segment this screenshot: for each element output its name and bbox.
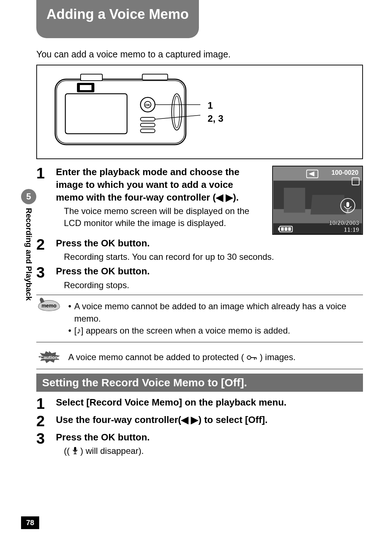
preview-time: 11:19 [344, 226, 359, 233]
memo-note-text: A voice memo cannot be added to an image… [68, 300, 359, 337]
svg-rect-32 [285, 227, 287, 231]
steps-section-b: 1 Select [Record Voice Memo] on the play… [36, 396, 363, 457]
step-desc: Recording stops. [64, 279, 363, 291]
step-desc: (( ) will disappear). [64, 445, 363, 457]
step-number: 1 [36, 166, 48, 235]
svg-rect-4 [65, 94, 127, 134]
lcd-preview-screenshot: 100-0020 10/20/2003 11:19 [272, 166, 363, 235]
callout-2-3: 2, 3 [208, 112, 223, 125]
step-title: Select [Record Voice Memo] on the playba… [56, 396, 363, 409]
svg-text:OK: OK [145, 103, 150, 107]
step-row: 3 Press the OK button. (( ) will disappe… [36, 431, 363, 457]
svg-rect-33 [288, 227, 291, 231]
svg-rect-2 [81, 74, 102, 81]
step-number: 3 [36, 431, 48, 457]
page-title: Adding a Voice Memo [46, 7, 189, 22]
svg-point-13 [172, 94, 182, 130]
camera-illustration: OK [48, 72, 200, 152]
microphone-icon [72, 447, 78, 455]
svg-marker-21 [284, 188, 305, 213]
step-row: 1 Select [Record Voice Memo] on the play… [36, 396, 363, 411]
step-title: Press the OK button. [56, 431, 363, 444]
callout-1: 1 [208, 99, 223, 112]
step-row: 3 Press the OK button. Recording stops. [36, 265, 363, 291]
step-title: Enter the playback mode and choose the i… [56, 166, 264, 204]
step-number: 1 [36, 396, 48, 411]
chapter-number-badge: 5 [21, 189, 36, 204]
page-number: 78 [21, 516, 39, 529]
page-title-tab: Adding a Voice Memo [36, 0, 199, 38]
step-number: 3 [36, 265, 48, 291]
svg-rect-30 [278, 227, 279, 230]
camera-diagram-box: OK 1 2, 3 [36, 65, 363, 159]
subsection-title-bar: Setting the Record Voice Memo to [Off]. [36, 374, 363, 392]
step-row: 2 Press the OK button. Recording starts.… [36, 237, 363, 263]
svg-rect-6 [80, 85, 91, 90]
step-row: 2 Use the four-way controller(◀ ▶) to se… [36, 414, 363, 429]
caution-note-row: Caution A voice memo cannot be added to … [36, 346, 363, 369]
preview-file-number: 100-0020 [331, 169, 359, 176]
svg-point-34 [247, 356, 251, 359]
chapter-label: Recording and Playback [24, 208, 33, 301]
step-title: Press the OK button. [56, 237, 363, 250]
chapter-sidebar: 5 Recording and Playback [21, 189, 36, 301]
step-desc: Recording starts. You can record for up … [64, 251, 363, 263]
memo-icon: memo [36, 300, 62, 311]
protect-key-icon [246, 354, 257, 361]
step-number: 2 [36, 237, 48, 263]
step-title: Press the OK button. [56, 265, 363, 278]
caution-icon: Caution [36, 351, 62, 364]
subsection-title: Setting the Record Voice Memo to [Off]. [42, 376, 247, 388]
diagram-callouts: 1 2, 3 [208, 99, 223, 125]
svg-rect-31 [281, 227, 284, 231]
svg-rect-3 [142, 74, 168, 80]
memo-note-row: memo A voice memo cannot be added to an … [36, 295, 363, 342]
step-title: Use the four-way controller(◀ ▶) to sele… [56, 414, 363, 426]
step-row: 1 Enter the playback mode and choose the… [36, 166, 363, 235]
preview-date: 10/20/2003 [329, 219, 359, 226]
intro-text: You can add a voice memo to a captured i… [36, 49, 363, 60]
svg-rect-38 [74, 447, 76, 451]
step-desc: The voice memo screen will be displayed … [64, 205, 264, 229]
steps-section-a: 1 Enter the playback mode and choose the… [36, 166, 363, 291]
step-number: 2 [36, 414, 48, 429]
svg-rect-27 [346, 202, 349, 207]
caution-note-text: A voice memo cannot be added to protecte… [68, 351, 295, 363]
